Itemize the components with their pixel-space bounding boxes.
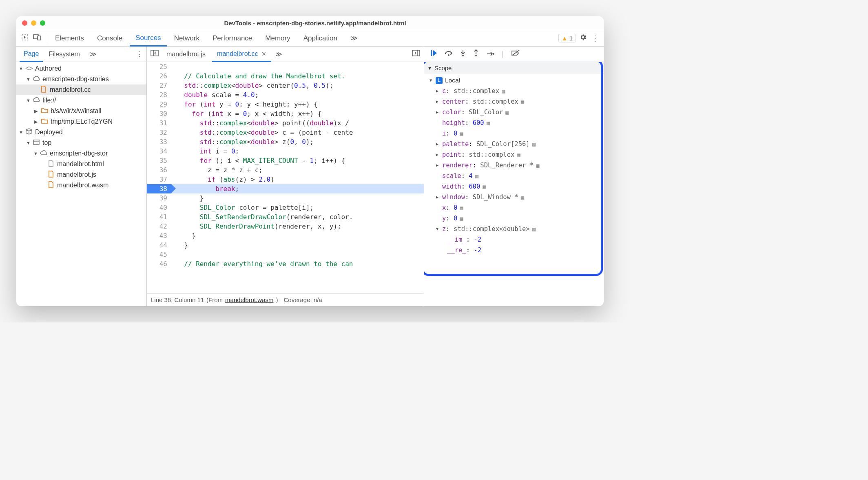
scope-var-point[interactable]: ▶point: std::complex▦ bbox=[427, 149, 600, 160]
code-line[interactable]: // Render everything we've drawn to the … bbox=[171, 259, 424, 269]
tree-folder-install[interactable]: ▶ b/s/w/ir/x/w/install bbox=[16, 106, 146, 116]
tab-performance[interactable]: Performance bbox=[207, 30, 258, 46]
tree-folder-tmp[interactable]: ▶ tmp/tmp.ELcTq2YGN bbox=[16, 116, 146, 127]
scope-var-i[interactable]: i: 0▦ bbox=[427, 128, 600, 139]
scope-panel-header[interactable]: ▼ Scope bbox=[424, 62, 604, 74]
line-number[interactable]: 26 bbox=[147, 71, 167, 81]
memory-icon[interactable]: ▦ bbox=[502, 86, 505, 96]
tab-application[interactable]: Application bbox=[298, 30, 343, 46]
tab-console[interactable]: Console bbox=[91, 30, 128, 46]
toggle-debugger-icon[interactable] bbox=[411, 50, 421, 58]
memory-icon[interactable]: ▦ bbox=[505, 107, 509, 118]
memory-icon[interactable]: ▦ bbox=[521, 192, 524, 202]
issues-badge[interactable]: ▲ 1 bbox=[558, 34, 576, 42]
tree-file-html[interactable]: mandelbrot.html bbox=[16, 159, 146, 169]
memory-icon[interactable]: ▦ bbox=[532, 224, 536, 234]
line-number[interactable]: 39 bbox=[147, 193, 167, 203]
scope-var-color[interactable]: ▶color: SDL_Color▦ bbox=[427, 107, 600, 118]
tab-sources[interactable]: Sources bbox=[130, 31, 166, 47]
scope-var-window[interactable]: ▶window: SDL_Window *▦ bbox=[427, 192, 600, 202]
memory-icon[interactable]: ▦ bbox=[536, 160, 539, 171]
scope-var-z-re[interactable]: __re_: -2 bbox=[427, 245, 600, 256]
line-number[interactable]: 45 bbox=[147, 250, 167, 259]
tree-file-js[interactable]: mandelbrot.js bbox=[16, 169, 146, 180]
code-line[interactable]: if (abs(z) > 2.0) bbox=[171, 175, 424, 184]
navigator-tab-filesystem[interactable]: Filesystem bbox=[44, 47, 84, 62]
code-line[interactable]: int i = 0; bbox=[171, 147, 424, 156]
tree-file-wasm[interactable]: mandelbrot.wasm bbox=[16, 180, 146, 191]
tree-group-authored[interactable]: ▼ <> Authored bbox=[16, 63, 146, 74]
filetab-mandelbrot-js[interactable]: mandelbrot.js bbox=[162, 47, 210, 62]
memory-icon[interactable]: ▦ bbox=[487, 118, 490, 128]
scope-var-renderer[interactable]: ▶renderer: SDL_Renderer *▦ bbox=[427, 160, 600, 171]
line-number[interactable]: 41 bbox=[147, 212, 167, 222]
line-number[interactable]: 44 bbox=[147, 240, 167, 250]
memory-icon[interactable]: ▦ bbox=[483, 181, 486, 192]
scope-var-c[interactable]: ▶c: std::complex▦ bbox=[427, 86, 600, 96]
line-number[interactable]: 32 bbox=[147, 128, 167, 137]
tabs-overflow[interactable]: ≫ bbox=[345, 30, 363, 46]
code-line[interactable] bbox=[171, 62, 424, 71]
line-number[interactable]: 38 bbox=[147, 184, 171, 193]
device-toggle-icon[interactable] bbox=[32, 34, 42, 42]
code-line[interactable]: std::complex<double> point((double)x / bbox=[171, 118, 424, 128]
line-number[interactable]: 36 bbox=[147, 165, 167, 175]
zoom-window-button[interactable] bbox=[40, 20, 45, 26]
memory-icon[interactable]: ▦ bbox=[460, 202, 463, 213]
tree-domain-authored[interactable]: ▼ emscripten-dbg-stories bbox=[16, 74, 146, 84]
code-line[interactable]: } bbox=[171, 231, 424, 240]
memory-icon[interactable]: ▦ bbox=[521, 96, 524, 107]
more-icon[interactable]: ⋮ bbox=[590, 34, 600, 43]
source-from-link[interactable]: mandelbrot.wasm bbox=[225, 296, 273, 303]
line-number[interactable]: 46 bbox=[147, 259, 167, 269]
resume-icon[interactable] bbox=[430, 49, 437, 59]
code-line[interactable]: z = z * z + c; bbox=[171, 165, 424, 175]
code-line[interactable]: std::complex<double> c = (point - cente bbox=[171, 128, 424, 137]
tree-group-deployed[interactable]: ▼ Deployed bbox=[16, 127, 146, 138]
code-line[interactable]: SDL_RenderDrawPoint(renderer, x, y); bbox=[171, 222, 424, 231]
code-editor[interactable]: 2526272829303132333435363738394041424344… bbox=[147, 62, 424, 293]
line-number[interactable]: 34 bbox=[147, 147, 167, 156]
navigator-more-icon[interactable]: ⋮ bbox=[136, 50, 143, 58]
code-line[interactable]: SDL_SetRenderDrawColor(renderer, color. bbox=[171, 212, 424, 222]
deactivate-breakpoints-icon[interactable] bbox=[511, 50, 520, 58]
scope-local-header[interactable]: ▼ L Local bbox=[427, 75, 600, 86]
code-content[interactable]: // Calculate and draw the Mandelbrot set… bbox=[171, 62, 424, 293]
line-number[interactable]: 42 bbox=[147, 222, 167, 231]
scope-var-scale[interactable]: scale: 4▦ bbox=[427, 171, 600, 181]
settings-icon[interactable] bbox=[578, 33, 588, 43]
scope-var-height[interactable]: height: 600▦ bbox=[427, 118, 600, 128]
tab-elements[interactable]: Elements bbox=[49, 30, 90, 46]
memory-icon[interactable]: ▦ bbox=[460, 213, 463, 224]
tab-memory[interactable]: Memory bbox=[259, 30, 296, 46]
filetab-mandelbrot-cc[interactable]: mandelbrot.cc ✕ bbox=[212, 47, 271, 62]
tab-network[interactable]: Network bbox=[168, 30, 205, 46]
step-into-icon[interactable] bbox=[460, 49, 466, 59]
memory-icon[interactable]: ▦ bbox=[517, 149, 520, 160]
code-line[interactable]: } bbox=[171, 193, 424, 203]
step-over-icon[interactable] bbox=[445, 50, 453, 58]
filetabs-overflow[interactable]: ≫ bbox=[273, 47, 285, 62]
scope-var-palette[interactable]: ▶palette: SDL_Color[256]▦ bbox=[427, 139, 600, 149]
code-line[interactable]: } bbox=[171, 240, 424, 250]
code-line[interactable]: std::complex<double> z(0, 0); bbox=[171, 137, 424, 147]
line-number[interactable]: 25 bbox=[147, 62, 167, 71]
line-number[interactable]: 35 bbox=[147, 156, 167, 165]
code-line[interactable]: SDL_Color color = palette[i]; bbox=[171, 203, 424, 212]
toggle-navigator-icon[interactable] bbox=[149, 50, 160, 58]
close-icon[interactable]: ✕ bbox=[261, 51, 266, 57]
close-window-button[interactable] bbox=[22, 20, 27, 26]
navigator-tabs-overflow[interactable]: ≫ bbox=[86, 47, 101, 62]
memory-icon[interactable]: ▦ bbox=[460, 128, 463, 139]
code-line[interactable]: for (; i < MAX_ITER_COUNT - 1; i++) { bbox=[171, 156, 424, 165]
line-number[interactable]: 30 bbox=[147, 109, 167, 118]
scope-var-width[interactable]: width: 600▦ bbox=[427, 181, 600, 192]
navigator-tab-page[interactable]: Page bbox=[20, 47, 43, 62]
line-number[interactable]: 31 bbox=[147, 118, 167, 128]
step-icon[interactable] bbox=[486, 50, 494, 58]
inspect-icon[interactable] bbox=[20, 33, 30, 43]
line-number[interactable]: 43 bbox=[147, 231, 167, 240]
minimize-window-button[interactable] bbox=[31, 20, 36, 26]
line-number[interactable]: 28 bbox=[147, 90, 167, 100]
line-number[interactable]: 33 bbox=[147, 137, 167, 147]
